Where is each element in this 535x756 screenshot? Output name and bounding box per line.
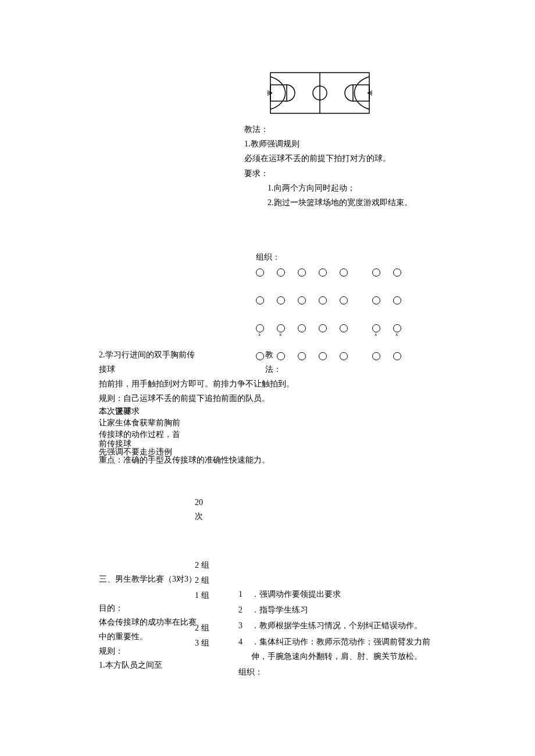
basketball-court-diagram [268,70,372,121]
circle-icon [393,296,401,304]
overlap-text: 重点：准确的手型及传接球的准确性快速能力。 [99,454,425,466]
circle-icon [256,352,264,360]
document-page: 教法： 1.教师强调规则 必须在运球不丢的前提下拍打对方的球。 要求： 1.向两… [0,0,535,756]
organization-label: 组织： [256,250,280,264]
list-item: 3 ．教师根据学生练习情况，个别纠正错误动作。 [238,618,436,633]
formation-row [256,348,407,364]
teach-law-label: 教法： [244,122,430,137]
circle-icon: x [393,324,401,332]
circle-icon [298,268,306,277]
circle-icon [277,268,285,277]
circle-icon [393,352,401,360]
purpose-body: 体会传接球的成功率在比赛中的重要性。 [99,615,198,644]
circle-icon [319,324,327,332]
formation-row [256,264,407,281]
body-line-1: 拍前排，用手触拍到对方即可。前排力争不让触拍到。 [99,377,425,391]
organization-label-2: 组织： [238,665,436,679]
circle-icon [298,324,306,332]
left-item-2: 2.学习行进间的双手胸前传接球 [99,347,198,377]
overlap-text: 二、篮球 [99,406,131,417]
formation-row: x x x x [256,320,407,336]
circle-icon: x [277,324,285,332]
circle-icon [372,352,380,360]
circle-icon: x [256,324,264,332]
circle-icon [277,352,285,360]
circle-icon [340,352,348,360]
circle-icon [298,296,306,304]
circle-icon [340,324,348,332]
body-line-2: 规则：自己运球不丢的前提下追拍前面的队员。 [99,391,425,406]
circle-icon [319,268,327,277]
rule-1-body: 必须在运球不丢的前提下拍打对方的球。 [244,151,430,166]
list-item: 2 ．指导学生练习 [238,603,436,617]
circle-icon [277,296,285,304]
teach-law-vertical: 教法： [265,347,277,377]
formation-diagram: x x x x [256,264,407,376]
teaching-method-block: 教法： 1.教师强调规则 必须在运球不丢的前提下拍打对方的球。 要求： 1.向两… [244,122,430,210]
circle-icon [340,296,348,304]
rules-body: 1.本方队员之间至 [99,658,198,672]
require-2: 2.跑过一块篮球场地的宽度游戏即结束。 [244,195,430,210]
formation-row [256,292,407,309]
list-item: 4 ．集体纠正动作：教师示范动作；强调前臂发力前伸，手腕急速向外翻转，肩、肘、腕… [238,635,436,664]
count-ci: 次 [195,509,203,524]
overlap-text: 让家生体食获辈前胸前 [99,417,425,429]
circle-icon [340,268,348,277]
circle-icon [298,352,306,360]
section-3-title: 三、男生教学比赛（3对3） [99,572,198,586]
require-1: 1.向两个方向同时起动； [244,181,430,195]
list-item: 1 ．强调动作要领提出要求 [238,587,436,601]
circle-icon [393,268,401,277]
circle-icon [256,296,264,304]
rule-1: 1.教师强调规则 [244,137,430,151]
circle-icon [256,268,264,277]
circle-icon [372,296,380,304]
group-count: 2 组 [195,558,209,572]
purpose-label: 目的： [99,601,198,615]
rules-label: 规则： [99,644,198,658]
count-20: 20 [195,495,203,510]
overlap-text: 传接球的动作过程，首 [99,430,180,439]
circle-icon: x [372,324,380,332]
circle-icon [372,268,380,277]
circle-icon [319,296,327,304]
require-label: 要求： [244,166,430,181]
bullet-list: 1 ．强调动作要领提出要求 2 ．指导学生练习 3 ．教师根据学生练习情况，个别… [238,587,436,679]
circle-icon [319,352,327,360]
